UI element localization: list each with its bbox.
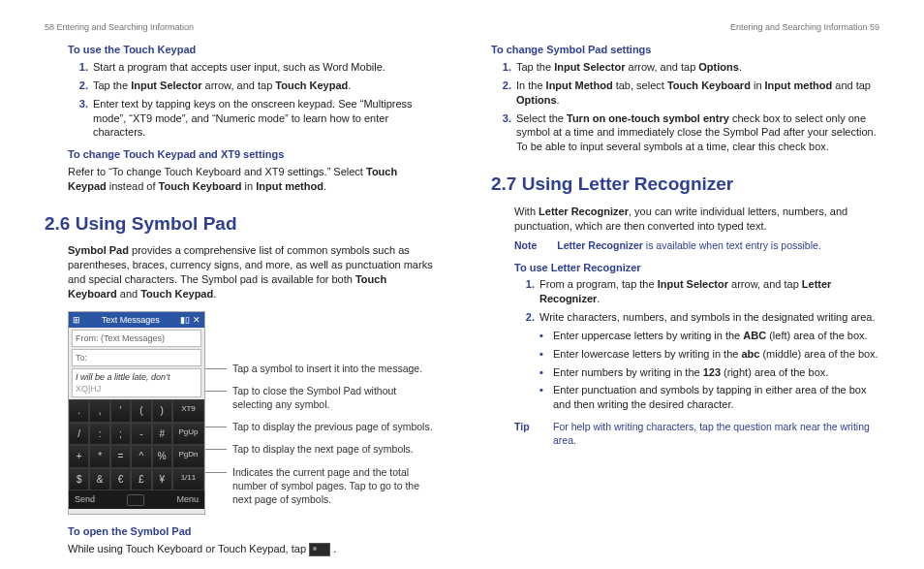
callout: Indicates the current page and the total… (219, 465, 433, 507)
key[interactable]: * (89, 445, 109, 468)
bullet: Enter numbers by writing in the 123 (rig… (539, 365, 879, 380)
key[interactable]: % (152, 445, 172, 468)
page-58: 58 Entering and Searching Information To… (0, 0, 462, 569)
key[interactable]: ( (131, 399, 151, 423)
bullet: Enter uppercase letters by writing in th… (539, 329, 879, 343)
step: Start a program that accepts user input,… (91, 60, 433, 75)
softkey-menu[interactable]: Menu (176, 493, 199, 505)
symbol-pad-keys: . , ' ( ) XT9 / : ; - # PgUp + * (69, 399, 204, 490)
callouts: Tap a symbol to insert it into the messa… (219, 311, 433, 515)
section-2-6-title: 2.6 Using Symbol Pad (45, 211, 433, 237)
paragraph: Refer to “To change Touch Keyboard and X… (68, 165, 433, 194)
paragraph: While using Touch Keyboard or Touch Keyp… (68, 542, 433, 556)
step: In the Input Method tab, select Touch Ke… (514, 79, 879, 108)
sym-key-icon (309, 543, 330, 556)
step: Select the Turn on one-touch symbol entr… (514, 111, 879, 155)
step: Tap the Input Selector arrow, and tap To… (91, 79, 433, 93)
running-head-right: Entering and Searching Information 59 (491, 21, 879, 33)
note-label: Note (514, 239, 537, 251)
key[interactable]: ) (152, 399, 172, 423)
key[interactable]: € (110, 468, 131, 491)
sip-icon[interactable] (127, 494, 144, 506)
paragraph: With Letter Recognizer, you can write in… (491, 205, 879, 234)
key[interactable]: , (89, 399, 109, 423)
running-head-left: 58 Entering and Searching Information (45, 21, 433, 33)
tip: Tip For help with writing characters, ta… (514, 420, 879, 447)
callout: Tap to close the Symbol Pad without sele… (219, 384, 433, 411)
bullet: Enter punctuation and symbols by tapping… (539, 383, 879, 412)
steps-use-letter-recognizer: From a program, tap the Input Selector a… (538, 277, 879, 412)
softkey-send[interactable]: Send (75, 493, 95, 505)
step: Tap the Input Selector arrow, and tap Op… (514, 60, 879, 75)
softkey-bar: Send Menu (69, 490, 204, 508)
key[interactable]: - (131, 423, 151, 446)
callout: Tap to display the previous page of symb… (219, 420, 433, 433)
key[interactable]: ' (110, 399, 131, 423)
subhead-open-symbol-pad: To open the Symbol Pad (68, 524, 433, 539)
key[interactable]: = (110, 445, 131, 468)
symbol-pad-figure: ⊞ Text Messages ▮▯ ✕ From: (Text Message… (68, 311, 433, 515)
subhead-change-touch-keypad: To change Touch Keypad and XT9 settings (68, 147, 433, 162)
key[interactable]: £ (131, 468, 151, 491)
page-59: Entering and Searching Information 59 To… (462, 0, 924, 569)
window-icon: ⊞ (73, 314, 80, 326)
steps-use-touch-keypad: Start a program that accepts user input,… (91, 60, 433, 140)
to-field: To: (72, 349, 201, 366)
note: Note Letter Recognizer is available when… (491, 238, 879, 252)
key[interactable]: : (89, 423, 109, 446)
bullet: Enter lowercase letters by writing in th… (539, 347, 879, 362)
paragraph: Symbol Pad provides a comprehensive list… (68, 243, 433, 300)
signal-icon: ▮▯ ✕ (180, 314, 200, 326)
key-pgdn[interactable]: PgDn (172, 445, 204, 468)
phone-titlebar: ⊞ Text Messages ▮▯ ✕ (69, 312, 204, 328)
subhead-use-touch-keypad: To use the Touch Keypad (68, 43, 433, 57)
section-2-7-title: 2.7 Using Letter Recognizer (491, 172, 879, 197)
subhead-change-symbol-pad: To change Symbol Pad settings (491, 43, 879, 57)
subhead-use-letter-recognizer: To use Letter Recognizer (514, 261, 879, 275)
step: Write characters, numbers, and symbols i… (538, 310, 879, 412)
key-pgup[interactable]: PgUp (172, 423, 204, 446)
key[interactable]: ¥ (152, 468, 172, 491)
key-mode[interactable]: XT9 (172, 399, 204, 423)
key[interactable]: # (152, 423, 172, 446)
message-body: I will be a little late, don’t XQ|HJ (72, 368, 201, 397)
phone-mock: ⊞ Text Messages ▮▯ ✕ From: (Text Message… (68, 311, 205, 515)
step: Enter text by tapping keys on the onscre… (91, 97, 433, 141)
step: From a program, tap the Input Selector a… (538, 277, 879, 306)
callout: Tap a symbol to insert it into the messa… (219, 362, 433, 375)
key-pagecount[interactable]: 1/11 (172, 468, 204, 491)
key[interactable]: + (69, 445, 89, 468)
steps-change-symbol-pad: Tap the Input Selector arrow, and tap Op… (514, 60, 879, 154)
key[interactable]: / (69, 423, 89, 446)
key[interactable]: . (69, 399, 89, 423)
key[interactable]: ^ (131, 445, 151, 468)
key[interactable]: ; (110, 423, 131, 446)
key[interactable]: & (89, 468, 109, 491)
key[interactable]: $ (69, 468, 89, 491)
from-field: From: (Text Messages) (72, 330, 201, 347)
tip-label: Tip (514, 420, 553, 447)
callout: Tap to display the next page of symbols. (219, 442, 433, 456)
